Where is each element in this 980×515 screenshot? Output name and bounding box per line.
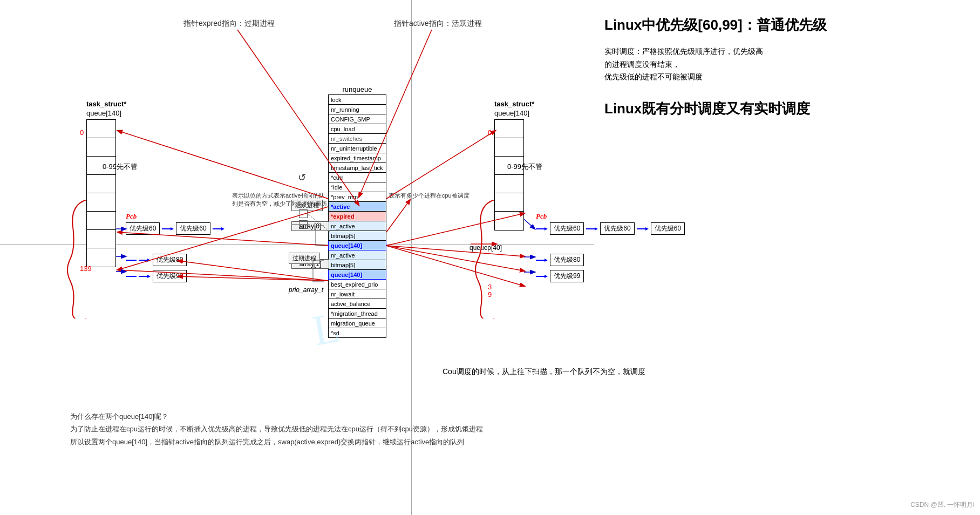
- svg-marker-3: [221, 227, 224, 231]
- pcb-row-60-left: 优先级60 优先级60: [126, 222, 224, 235]
- right-brace-svg: [473, 200, 500, 319]
- table-row: nr_iowait: [329, 289, 386, 299]
- svg-line-37: [386, 200, 410, 232]
- svg-line-22: [386, 131, 495, 199]
- zero-99-right: 0-99先不管: [507, 162, 542, 172]
- cycle-icon: ↺: [298, 172, 306, 184]
- pcb-box-60a-right: 优先级60: [550, 222, 584, 235]
- cpu-scan-text: Cou调度的时候，从上往下扫描，那一个队列不为空，就调度: [443, 367, 645, 377]
- table-row: bitmap[5]: [329, 260, 386, 270]
- table-row: lock: [329, 95, 386, 105]
- svg-line-28: [386, 246, 525, 286]
- table-row: nr_active: [329, 221, 386, 231]
- table-row: best_expired_prio: [329, 280, 386, 289]
- table-row: queue[140]: [329, 241, 386, 250]
- right-ts-title: task_struct*: [494, 100, 534, 108]
- runqueue-container: runqueue lock nr_running CONFIG_SMP cpu_…: [328, 85, 386, 338]
- svg-marker-9: [545, 227, 548, 231]
- pcb-row-99-right: 优先级99: [536, 270, 584, 282]
- num-0-left: 0: [80, 128, 84, 137]
- left-ts-title: task_struct*: [86, 100, 126, 108]
- svg-marker-13: [645, 227, 649, 231]
- table-row: *curr: [329, 173, 386, 182]
- watermark: CSDN @凹. 一怀明月i: [910, 500, 975, 510]
- pcb-box-60c-right: 优先级60: [651, 222, 685, 235]
- pcb-row-60-right: 优先级60 优先级60 优先级60: [536, 222, 685, 235]
- annotation-active: 指针active指向：活跃进程: [394, 19, 482, 29]
- pcb-label-left: Pcb: [126, 212, 137, 221]
- table-row: *migration_thread: [329, 309, 386, 319]
- pcb-box-80-left: 优先级80: [153, 254, 187, 266]
- bottom-line-2: 为了防止在进程在cpu运行的时候，不断插入优先级高的进程，导致优先级低的进程无法…: [70, 423, 483, 435]
- right-ts-subtitle: queue[140]: [494, 109, 534, 117]
- table-row: nr_running: [329, 105, 386, 114]
- small-rect2: [299, 220, 308, 229]
- annotation-expred: 指针expred指向：过期进程: [183, 19, 275, 29]
- info-title: Linux中优先级[60,99]：普通优先级: [604, 16, 971, 35]
- zero-99-left: 0-99先不管: [103, 162, 138, 172]
- main-canvas: 指针expred指向：过期进程 指针active指向：活跃进程 task_str…: [0, 0, 980, 515]
- info-title2: Linux既有分时调度又有实时调度: [604, 100, 971, 118]
- num-0-right: 0: [488, 128, 492, 137]
- pcb-row-80-right: 优先级80: [536, 254, 584, 266]
- svg-marker-7: [147, 275, 151, 278]
- pcb-row-99-left: 优先级99: [126, 270, 187, 282]
- bottom-line-1: 为什么存在两个queue[140]呢？: [70, 410, 483, 423]
- svg-marker-17: [545, 275, 548, 278]
- table-row: cpu_load: [329, 124, 386, 134]
- svg-line-30: [178, 276, 328, 281]
- svg-line-20: [118, 131, 328, 199]
- small-rect: [299, 209, 308, 218]
- table-row: nr_uninterruptible: [329, 144, 386, 153]
- pcb-box-60b-right: 优先级60: [600, 222, 634, 235]
- pcb-box-99-right: 优先级99: [550, 270, 584, 282]
- pcb-label-right: Pcb: [536, 212, 547, 221]
- svg-line-27: [386, 246, 525, 271]
- array-0-label: array[0]: [291, 221, 329, 231]
- info-body-text: 实时调度：严格按照优先级顺序进行，优先级高的进程调度没有结束，优先级低的进程不可…: [604, 47, 763, 82]
- table-row: *sd: [329, 328, 386, 338]
- pcb-row-80-left: 优先级80: [126, 254, 187, 266]
- left-task-struct: task_struct* queue[140]: [86, 100, 126, 267]
- info-body: 实时调度：严格按照优先级顺序进行，优先级高的进程调度没有结束，优先级低的进程不可…: [604, 45, 971, 84]
- table-row: nr_switches: [329, 134, 386, 144]
- svg-line-26: [386, 246, 525, 256]
- runqueue-title: runqueue: [328, 85, 386, 93]
- pcb-box-80-right: 优先级80: [550, 254, 584, 266]
- svg-marker-11: [595, 227, 598, 231]
- table-row: CONFIG_SMP: [329, 114, 386, 124]
- svg-marker-5: [147, 259, 151, 262]
- table-row: *prev_mm: [329, 192, 386, 202]
- prio-array-label: prio_array_t: [289, 286, 323, 294]
- table-row: timestamp_last_tick: [329, 163, 386, 173]
- table-row: *expired: [329, 212, 386, 221]
- pcb-box-60b-left: 优先级60: [176, 222, 210, 235]
- table-row: *active: [329, 202, 386, 212]
- info-panel: Linux中优先级[60,99]：普通优先级 实时调度：严格按照优先级顺序进行，…: [604, 16, 971, 118]
- expired-process-label: 过期进程: [289, 253, 320, 264]
- bottom-line-3: 所以设置两个queue[140]，当指针active指向的队列运行完成之后，sw…: [70, 436, 483, 448]
- left-ts-subtitle: queue[140]: [86, 109, 126, 117]
- bottom-text: 为什么存在两个queue[140]呢？ 为了防止在进程在cpu运行的时候，不断插…: [70, 410, 483, 448]
- pcb-box-60a-left: 优先级60: [126, 222, 160, 235]
- pcb-box-99-left: 优先级99: [153, 270, 187, 282]
- annot-cpu: 表示有多少个进程在cpu被调度: [389, 192, 469, 200]
- annot-bitmap: 表示以位的方式表示active指向的队列是否有为空，减少了对队列的遍历: [232, 192, 329, 208]
- table-row: expired_timestamp: [329, 153, 386, 163]
- table-row: bitmap[5]: [329, 231, 386, 241]
- table-row: migration_queue: [329, 319, 386, 328]
- svg-marker-1: [171, 227, 174, 231]
- table-row: *idle: [329, 182, 386, 192]
- svg-marker-15: [545, 259, 548, 262]
- table-row: queue[140]: [329, 270, 386, 280]
- table-row: active_balance: [329, 299, 386, 309]
- table-row: nr_active: [329, 250, 386, 260]
- left-brace-svg: [65, 200, 92, 319]
- runqueue-table: lock nr_running CONFIG_SMP cpu_load nr_s…: [328, 94, 386, 338]
